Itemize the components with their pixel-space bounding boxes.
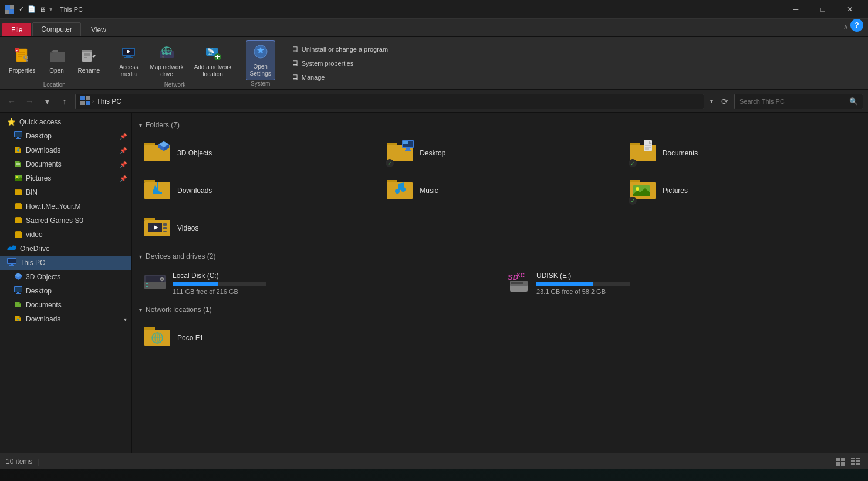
open-settings-button[interactable]: OpenSettings [246,40,275,80]
devices-section-header[interactable]: ▾ Devices and drives (2) [137,249,863,264]
system-group-label: System [251,80,270,88]
network-section-header[interactable]: ▾ Network locations (1) [137,302,863,317]
svg-rect-38 [86,96,90,100]
back-button[interactable]: ← [5,94,19,109]
sidebar-item-downloads[interactable]: Downloads 📌 [0,143,131,157]
recent-button[interactable]: ▾ [40,94,54,109]
svg-rect-21 [124,57,133,58]
up-button[interactable]: ↑ [58,94,72,109]
sidebar-item-documents[interactable]: Documents 📌 [0,157,131,171]
svg-rect-51 [8,259,16,263]
svg-rect-52 [11,264,13,265]
downloads-pin-icon: 📌 [120,147,127,154]
add-network-location-button[interactable]: 📡 Add a networklocation [190,40,236,82]
svg-point-86 [401,187,406,192]
drive-item-e[interactable]: SD XC UDISK (E:) 23.1 GB free of 58.2 G [501,266,863,300]
devices-section-title: Devices and drives (2) [146,252,215,260]
maximize-button[interactable]: □ [809,0,836,19]
rename-button[interactable]: Rename [74,40,104,82]
uninstall-button[interactable]: 🖥 Uninstall or change a program [287,43,392,55]
pictures-checkmark-icon: ✓ [629,197,637,205]
sidebar-item-sacred-games[interactable]: Sacred Games S0 [0,214,131,228]
item-count: 10 items [6,458,32,466]
qa-icon3: 🖥 [39,6,46,13]
list-view-button[interactable] [834,455,847,468]
drive-item-c[interactable]: Local Disk (C:) 111 GB free of 216 GB [137,266,499,300]
sidebar-item-downloads-pc[interactable]: Downloads ▾ [0,312,131,326]
svg-rect-104 [146,286,148,287]
map-network-drive-button[interactable]: Map networkdrive [146,40,187,82]
svg-rect-67 [387,143,397,145]
search-box[interactable]: 🔍 [734,94,863,109]
tile-view-button[interactable] [849,455,862,468]
sidebar-item-onedrive[interactable]: OneDrive [0,242,131,256]
folder-item-desktop[interactable]: ✓ Desktop [379,135,620,171]
onedrive-icon [7,244,16,253]
sidebar-item-desktop[interactable]: Desktop 📌 [0,129,131,143]
folder-item-downloads[interactable]: Downloads [137,172,378,209]
manage-icon: 🖥 [291,73,299,82]
access-media-button[interactable]: Accessmedia [114,40,143,82]
desktop-badge-icon [402,140,414,154]
folder-item-pictures[interactable]: ✓ Pictures [622,172,863,209]
qa-dropdown[interactable]: ▾ [49,5,53,13]
svg-rect-113 [144,327,155,330]
sidebar-item-quick-access[interactable]: ⭐ Quick access [0,115,131,129]
svg-rect-43 [17,137,19,138]
properties-button[interactable]: ✓ Properties [5,40,40,82]
svg-rect-126 [851,463,855,465]
svg-rect-3 [10,10,14,14]
open-label-ribbon: Open [49,67,63,74]
local-disk-bar [173,282,218,286]
sidebar-quick-access-label: Quick access [19,118,127,126]
ribbon-group-network: Accessmedia [109,39,241,87]
sidebar-item-himym[interactable]: How.I.Met.Your.M [0,199,131,214]
address-bar: ← → ▾ ↑ › This PC ▾ ⟳ 🔍 [0,90,868,113]
close-button[interactable]: ✕ [836,0,863,19]
system-properties-button[interactable]: 🖥 System properties [287,57,392,69]
sidebar-item-bin[interactable]: BIN [0,185,131,199]
minimize-button[interactable]: ─ [782,0,809,19]
folder-item-music[interactable]: Music [379,172,620,209]
tab-computer[interactable]: Computer [32,22,81,36]
view-controls [834,455,862,468]
refresh-button[interactable]: ⟳ [719,97,731,106]
tab-file[interactable]: File [2,23,31,36]
manage-button[interactable]: 🖥 Manage [287,72,392,83]
udisk-icon: SD XC [507,270,531,296]
sidebar-item-desktop-pc[interactable]: Desktop [0,284,131,298]
tab-view[interactable]: View [82,23,115,36]
open-button-ribbon[interactable]: Open [42,40,72,82]
sidebar-item-3d-objects[interactable]: 3D Objects [0,270,131,284]
help-button[interactable]: ? [850,19,863,32]
system-right-buttons: 🖥 Uninstall or change a program 🖥 System… [280,41,399,86]
folder-item-3d-objects[interactable]: 3D Objects [137,135,378,171]
title-bar: ✓ 📄 🖥 ▾ This PC ─ □ ✕ [0,0,868,19]
folder-item-documents[interactable]: ✓ Documents [622,135,863,171]
folder-icon-container-pictures: ✓ [629,177,657,205]
sidebar-3d-objects-label: 3D Objects [26,273,127,281]
svg-rect-110 [515,282,519,284]
network-item-poco-f1-name: Poco F1 [177,334,204,342]
folder-item-videos[interactable]: Videos [137,210,378,246]
sidebar-item-pictures[interactable]: Pictures 📌 [0,171,131,185]
sidebar-item-video[interactable]: video [0,228,131,242]
address-dropdown-btn[interactable]: ▾ [708,98,715,104]
sidebar-pictures-label: Pictures [26,174,116,182]
folders-section-header[interactable]: ▾ Folders (7) [137,117,863,133]
search-input[interactable] [739,98,847,105]
ribbon-collapse-icon[interactable]: ∧ [843,23,848,31]
network-item-poco-f1[interactable]: Poco F1 [137,320,863,356]
forward-button[interactable]: → [22,94,36,109]
svg-rect-20 [126,56,131,57]
sidebar-item-this-pc[interactable]: This PC [0,256,131,270]
address-path[interactable]: › This PC [75,94,704,109]
folder-icon-container-documents: ✓ [629,139,657,167]
uninstall-label: Uninstall or change a program [302,46,388,53]
folder-name-desktop: Desktop [420,149,445,157]
sidebar-item-documents-pc[interactable]: Documents [0,298,131,312]
sidebar-documents-label: Documents [26,160,116,168]
network-chevron-icon: ▾ [139,307,142,313]
folder-name-downloads: Downloads [177,187,212,195]
sidebar-documents-pc-label: Documents [26,301,127,309]
